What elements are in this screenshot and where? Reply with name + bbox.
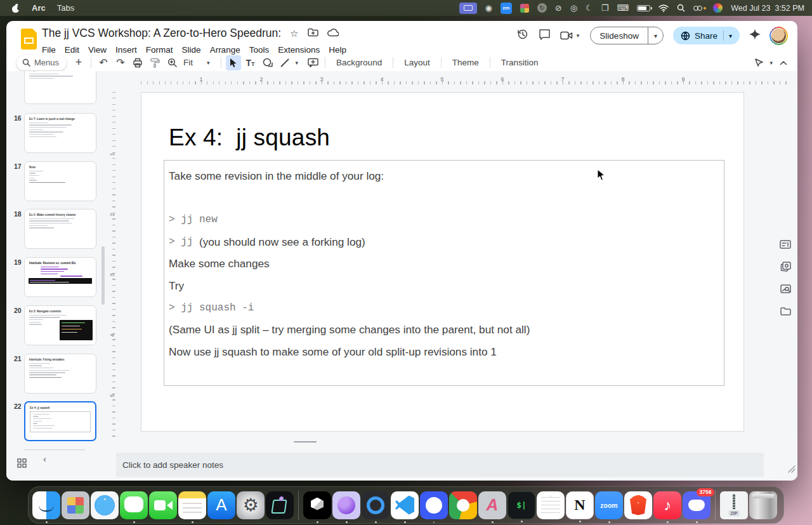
move-folder-icon[interactable] <box>308 27 318 40</box>
slide-thumbnail-17[interactable]: Note <box>24 161 96 201</box>
select-tool-button[interactable] <box>226 55 241 70</box>
redo-button[interactable]: ↷ <box>113 55 128 70</box>
account-avatar[interactable] <box>770 27 787 44</box>
dock-icon-zoom[interactable]: zoom <box>595 491 623 519</box>
keyboard-icon[interactable]: ⌨ <box>617 3 629 14</box>
dock-icon-terminal[interactable]: $| <box>508 491 535 519</box>
dock-icon-messages[interactable] <box>120 491 148 519</box>
dock-icon-cube[interactable] <box>303 491 331 519</box>
card-lines-icon[interactable] <box>780 240 791 251</box>
collapse-filmstrip-icon[interactable]: ‹ <box>43 453 46 464</box>
dock-icon-safari[interactable] <box>91 491 119 519</box>
do-not-disturb-icon[interactable]: ⊘ <box>555 3 562 14</box>
share-caret-icon[interactable]: ▾ <box>723 30 737 41</box>
menubar-app-name[interactable]: Arc <box>26 0 51 16</box>
dock-icon-zip[interactable] <box>720 491 748 519</box>
version-history-icon[interactable] <box>516 28 529 43</box>
slide-thumbnail-20[interactable]: Ex 3: Navigate commits <box>24 305 96 345</box>
fit-zoom-select[interactable]: Fit <box>181 58 195 67</box>
dock-icon-discord[interactable]: 3756 <box>683 491 710 519</box>
folder-icon[interactable] <box>780 307 791 318</box>
wifi-icon[interactable] <box>658 3 669 14</box>
user-switch-icon[interactable] <box>693 4 705 13</box>
dock-icon-quicktime[interactable] <box>362 491 390 519</box>
dock-icon-notes[interactable] <box>178 491 206 519</box>
menubar-clock[interactable]: Wed Jul 23 3:52 PM <box>731 4 804 13</box>
pointer-caret-icon[interactable]: ▾ <box>768 60 774 66</box>
loop-icon[interactable]: ↻ <box>537 3 547 13</box>
dock-icon-brave[interactable] <box>624 491 652 519</box>
slideshow-caret-icon[interactable]: ▾ <box>648 27 663 44</box>
menubar-item-tabs[interactable]: Tabs <box>51 0 103 16</box>
dock-icon-signal[interactable] <box>420 491 448 519</box>
dock-icon-launchpad[interactable] <box>62 491 89 519</box>
slideshow-button[interactable]: Slideshow ▾ <box>590 27 664 44</box>
target-icon[interactable]: ◎ <box>570 3 577 14</box>
collapse-toolbar-button[interactable] <box>776 55 791 70</box>
layout-button[interactable]: Layout <box>398 55 436 70</box>
dock-icon-trash[interactable] <box>749 491 777 519</box>
moon-focus-icon[interactable]: ☾ <box>586 3 593 14</box>
slide-canvas[interactable]: Ex 4: jj squash Take some revision in th… <box>141 92 744 432</box>
present-to-meet-icon[interactable]: ▾ <box>560 31 581 40</box>
new-slide-button[interactable]: + <box>71 55 86 70</box>
slide-thumbnail-21[interactable]: Interlude: Fixing mistakes <box>24 354 96 394</box>
print-button[interactable] <box>130 55 145 70</box>
paint-format-button[interactable] <box>147 55 162 70</box>
meet-caret-icon[interactable]: ▾ <box>575 32 581 39</box>
dock-icon-layers[interactable] <box>266 491 294 519</box>
speaker-notes-panel[interactable]: Click to add speaker notes <box>116 453 764 477</box>
apple-menu-icon[interactable] <box>11 4 20 13</box>
dock-icon-finder[interactable] <box>32 491 60 519</box>
background-button[interactable]: Background <box>330 55 388 70</box>
image-search-icon[interactable] <box>780 284 791 296</box>
slide-thumbnail-22[interactable]: Ex 4: jj squash <box>24 401 96 441</box>
dock-icon-facetime[interactable] <box>149 491 177 519</box>
record-icon[interactable]: ◉ <box>485 3 492 14</box>
slide-title[interactable]: Ex 4: jj squash <box>169 124 330 151</box>
dock-icon-settings[interactable]: ⚙ <box>237 491 265 519</box>
dock-icon-textedit[interactable] <box>537 491 565 519</box>
window-resize-handle[interactable] <box>787 464 796 475</box>
dock-icon-music[interactable]: ♪ <box>653 491 681 519</box>
zoom-menubar-icon[interactable]: zm <box>501 3 512 14</box>
theme-button[interactable]: Theme <box>446 55 485 70</box>
dock-icon-anytype[interactable]: A <box>478 491 506 519</box>
line-tool-button[interactable] <box>277 55 292 70</box>
comments-icon[interactable] <box>539 29 551 43</box>
star-icon[interactable]: ☆ <box>290 28 298 39</box>
toolbar-menus-search[interactable]: Menus <box>16 55 67 70</box>
notes-drag-handle[interactable] <box>294 441 317 442</box>
color-wheel-icon[interactable] <box>713 3 723 13</box>
insert-comment-button[interactable] <box>305 55 320 70</box>
dock-icon-chrome[interactable] <box>449 491 477 519</box>
dock-icon-appstore[interactable]: A <box>207 491 235 519</box>
pixel-app-icon[interactable] <box>520 4 529 13</box>
filmstrip-scrollbar[interactable] <box>102 246 105 305</box>
share-button[interactable]: Share ▾ <box>673 27 740 44</box>
stacked-copies-icon[interactable] <box>780 262 791 274</box>
screen-mirroring-icon[interactable] <box>459 3 477 14</box>
document-title[interactable]: The jj VCS Workshop: A Zero-to-Hero Spee… <box>42 27 281 40</box>
slide-thumbnail-15[interactable]: Step 5.5: Create a base bookmark to work… <box>24 71 96 104</box>
dock-icon-notion[interactable]: N <box>566 491 594 519</box>
dock-icon-orb[interactable] <box>332 491 360 519</box>
gemini-sparkle-icon[interactable] <box>749 29 761 43</box>
transition-button[interactable]: Transition <box>495 55 545 70</box>
battery-icon[interactable] <box>637 5 650 11</box>
line-caret-icon[interactable]: ▾ <box>294 60 300 66</box>
slide-body-textbox[interactable]: Take some revision in the middle of your… <box>164 160 724 386</box>
slide-thumbnail-18[interactable]: Ex 2: Make commit history cleaner <box>24 209 96 249</box>
shape-tool-button[interactable] <box>260 55 275 70</box>
text-box-tool-button[interactable]: TT <box>243 55 258 70</box>
grid-view-icon[interactable] <box>17 458 27 470</box>
sidebar-book-icon[interactable]: ❐ <box>601 3 609 14</box>
google-slides-logo[interactable] <box>21 29 37 50</box>
pen-pointer-button[interactable] <box>751 55 766 70</box>
fit-caret-icon[interactable]: ▾ <box>206 60 211 66</box>
cloud-status-icon[interactable] <box>327 27 339 40</box>
spotlight-search-icon[interactable] <box>677 3 685 14</box>
zoom-button[interactable] <box>164 55 180 70</box>
undo-button[interactable]: ↶ <box>96 55 111 70</box>
dock-icon-vscode[interactable] <box>391 491 419 519</box>
